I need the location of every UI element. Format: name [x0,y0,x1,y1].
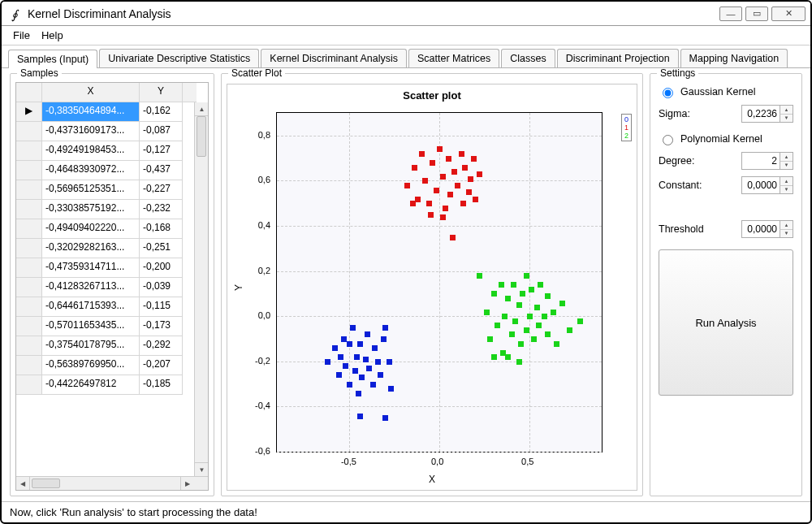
table-row[interactable]: -0,37540178795...-0,292 [16,336,194,356]
cell-x[interactable]: -0,47359314711... [42,258,140,278]
close-button[interactable]: ✕ [771,6,806,21]
row-header[interactable] [16,278,42,297]
row-header[interactable] [16,219,42,239]
row-header[interactable]: ▶ [16,102,42,122]
constant-up[interactable]: ▲ [780,177,793,186]
constant-field[interactable]: ▲▼ [741,176,793,194]
degree-down[interactable]: ▼ [780,162,793,170]
sigma-input[interactable] [742,106,780,122]
cell-x[interactable]: -0,37540178795... [42,336,140,356]
cell-y[interactable]: -0,127 [140,141,183,161]
cell-x[interactable]: -0,46483930972... [42,161,140,180]
cell-y[interactable]: -0,227 [140,180,183,200]
tab-scatter-matrices[interactable]: Scatter Matrices [408,49,499,67]
hscroll-thumb[interactable] [32,479,60,488]
row-header[interactable] [16,375,42,395]
cell-y[interactable]: -0,200 [140,258,183,278]
minimize-button[interactable]: — [719,6,742,21]
sigma-up[interactable]: ▲ [780,106,793,115]
cell-y[interactable]: -0,251 [140,239,183,258]
cell-x[interactable]: -0,33038575192... [42,200,140,219]
threshold-up[interactable]: ▲ [780,221,793,230]
cell-y[interactable]: -0,173 [140,317,183,336]
grid-hscrollbar[interactable]: ◀ ▶ [16,476,208,490]
tab-kernel-discriminant[interactable]: Kernel Discriminant Analysis [261,49,407,67]
degree-up[interactable]: ▲ [780,153,793,162]
table-row[interactable]: -0,33038575192...-0,232 [16,200,194,219]
cell-x[interactable]: -0,49409402220... [42,219,140,239]
scroll-right-icon[interactable]: ▶ [180,477,194,491]
cell-x[interactable]: -0,43731609173... [42,122,140,141]
cell-x[interactable]: -0,44226497812 [42,375,140,395]
grid-vscrollbar[interactable]: ▲ ▼ [194,102,208,476]
tab-samples-input[interactable]: Samples (Input) [8,50,97,68]
cell-y[interactable]: -0,115 [140,297,183,317]
cell-y[interactable]: -0,087 [140,122,183,141]
degree-field[interactable]: ▲▼ [741,152,793,170]
table-row[interactable]: -0,64461715393...-0,115 [16,297,194,317]
menu-file[interactable]: File [13,29,30,41]
scroll-down-icon[interactable]: ▼ [195,462,208,476]
cell-y[interactable]: -0,162 [140,102,183,122]
cell-x[interactable]: -0,56389769950... [42,356,140,375]
constant-down[interactable]: ▼ [780,186,793,194]
table-row[interactable]: -0,56389769950...-0,207 [16,356,194,375]
table-row[interactable]: -0,56965125351...-0,227 [16,180,194,200]
cell-y[interactable]: -0,185 [140,375,183,395]
gaussian-radio[interactable] [663,88,673,98]
cell-x[interactable]: -0,57011653435... [42,317,140,336]
table-row[interactable]: -0,46483930972...-0,437 [16,161,194,180]
table-row[interactable]: -0,47359314711...-0,200 [16,258,194,278]
row-header[interactable] [16,122,42,141]
table-row[interactable]: ▶-0,38350464894...-0,162 [16,102,194,122]
polynomial-radio[interactable] [663,135,673,145]
table-row[interactable]: -0,49249198453...-0,127 [16,141,194,161]
cell-x[interactable]: -0,41283267113... [42,278,140,297]
grid-header-y[interactable]: Y [140,83,183,102]
run-analysis-button[interactable]: Run Analysis [659,249,793,396]
cell-y[interactable]: -0,207 [140,356,183,375]
cell-y[interactable]: -0,292 [140,336,183,356]
table-row[interactable]: -0,41283267113...-0,039 [16,278,194,297]
grid-header-x[interactable]: X [42,83,140,102]
row-header[interactable] [16,336,42,356]
row-header[interactable] [16,141,42,161]
scroll-thumb[interactable] [197,116,206,157]
table-row[interactable]: -0,57011653435...-0,173 [16,317,194,336]
row-header[interactable] [16,161,42,180]
threshold-down[interactable]: ▼ [780,230,793,238]
scroll-up-icon[interactable]: ▲ [195,102,208,116]
cell-x[interactable]: -0,38350464894... [42,102,140,122]
threshold-field[interactable]: ▲▼ [741,220,793,238]
sigma-field[interactable]: ▲▼ [741,105,793,123]
threshold-input[interactable] [742,221,780,237]
row-header[interactable] [16,180,42,200]
table-row[interactable]: -0,32029282163...-0,251 [16,239,194,258]
cell-x[interactable]: -0,32029282163... [42,239,140,258]
tab-discriminant-projection[interactable]: Discriminant Projection [557,49,679,67]
degree-input[interactable] [742,153,780,169]
row-header[interactable] [16,356,42,375]
menu-help[interactable]: Help [41,29,63,41]
scroll-left-icon[interactable]: ◀ [16,477,30,491]
table-row[interactable]: -0,49409402220...-0,168 [16,219,194,239]
row-header[interactable] [16,317,42,336]
table-row[interactable]: -0,43731609173...-0,087 [16,122,194,141]
maximize-button[interactable]: ▭ [745,6,768,21]
tab-univariate-stats[interactable]: Univariate Descriptive Statistics [99,49,259,67]
sigma-down[interactable]: ▼ [780,115,793,123]
cell-y[interactable]: -0,039 [140,278,183,297]
row-header[interactable] [16,297,42,317]
cell-x[interactable]: -0,49249198453... [42,141,140,161]
tab-mapping-navigation[interactable]: Mapping Navigation [680,49,788,67]
samples-grid[interactable]: X Y ▶-0,38350464894...-0,162-0,437316091… [15,82,209,491]
row-header[interactable] [16,239,42,258]
cell-y[interactable]: -0,437 [140,161,183,180]
constant-input[interactable] [742,177,780,193]
cell-y[interactable]: -0,168 [140,219,183,239]
cell-x[interactable]: -0,64461715393... [42,297,140,317]
cell-x[interactable]: -0,56965125351... [42,180,140,200]
table-row[interactable]: -0,44226497812-0,185 [16,375,194,395]
row-header[interactable] [16,200,42,219]
cell-y[interactable]: -0,232 [140,200,183,219]
